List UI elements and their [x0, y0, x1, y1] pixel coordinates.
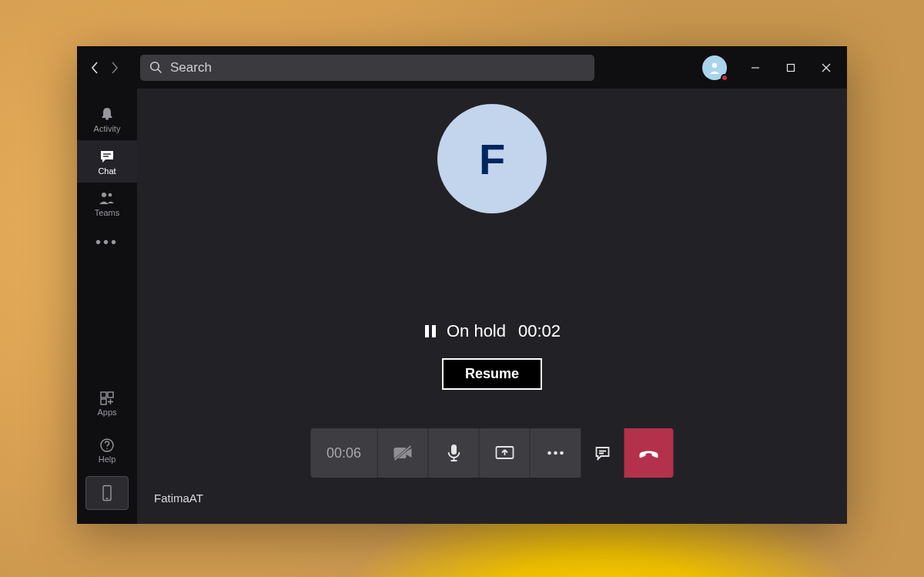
search-input[interactable]	[170, 60, 585, 75]
window-maximize-button[interactable]	[773, 49, 808, 86]
sidebar-item-teams[interactable]: Teams	[77, 183, 137, 225]
microphone-icon	[446, 443, 461, 463]
camera-toggle-button[interactable]	[378, 428, 429, 478]
svg-point-10	[102, 193, 106, 197]
sidebar-mobile-button[interactable]	[85, 476, 129, 510]
share-screen-icon	[494, 444, 514, 461]
person-icon	[707, 60, 722, 75]
svg-point-30	[560, 451, 564, 455]
hangup-button[interactable]	[624, 428, 674, 478]
nav-forward-button[interactable]	[105, 55, 125, 81]
sidebar-item-activity[interactable]: Activity	[77, 98, 137, 140]
window-close-button[interactable]	[808, 49, 844, 86]
participant-avatar: F	[437, 104, 547, 213]
hold-status-row: On hold 00:02	[424, 321, 561, 341]
sidebar-item-label: Teams	[95, 208, 119, 217]
hold-status-text: On hold	[447, 321, 506, 341]
svg-rect-14	[101, 399, 106, 404]
svg-rect-20	[432, 325, 436, 337]
bell-icon	[99, 106, 116, 122]
apps-icon	[99, 391, 115, 406]
nav-back-button[interactable]	[85, 55, 105, 81]
chat-panel-toggle-button[interactable]	[581, 428, 624, 478]
resume-button[interactable]: Resume	[442, 358, 542, 390]
svg-point-28	[547, 451, 551, 455]
hold-timer: 00:02	[518, 321, 561, 341]
more-actions-button[interactable]	[531, 428, 581, 478]
chat-icon	[99, 148, 116, 165]
svg-point-11	[109, 193, 112, 196]
sidebar-more-button[interactable]: •••	[77, 225, 137, 259]
more-horizontal-icon	[546, 450, 566, 456]
sidebar-item-help[interactable]: Help	[77, 429, 137, 471]
svg-point-2	[712, 62, 717, 67]
avatar-initial: F	[479, 134, 505, 184]
sidebar-item-label: Apps	[97, 408, 116, 417]
mic-toggle-button[interactable]	[429, 428, 480, 478]
sidebar-item-chat[interactable]: Chat	[77, 140, 137, 183]
teams-icon	[98, 191, 116, 206]
svg-rect-7	[105, 118, 109, 120]
help-icon	[99, 438, 115, 453]
search-icon	[149, 61, 162, 74]
svg-rect-13	[108, 392, 113, 398]
call-area: F On hold 00:02 Resume 00:06	[137, 89, 847, 524]
svg-rect-24	[451, 444, 457, 455]
svg-rect-12	[101, 392, 106, 398]
svg-rect-19	[425, 325, 429, 337]
sidebar-item-label: Activity	[94, 124, 121, 133]
svg-point-0	[151, 62, 159, 71]
pause-icon	[424, 324, 437, 339]
presence-busy-indicator	[721, 74, 728, 82]
sidebar-item-label: Help	[99, 455, 116, 464]
svg-line-1	[158, 69, 162, 73]
current-user-avatar[interactable]	[702, 55, 727, 80]
teams-window: Activity Chat Teams •••	[77, 46, 847, 524]
svg-rect-4	[788, 64, 795, 71]
call-duration: 00:06	[311, 428, 377, 478]
more-horizontal-icon: •••	[95, 233, 119, 251]
chat-icon	[594, 444, 611, 461]
sidebar-item-label: Chat	[98, 166, 116, 176]
svg-point-16	[106, 448, 108, 449]
window-minimize-button[interactable]	[738, 49, 773, 86]
call-controls-bar: 00:06	[311, 428, 674, 478]
camera-off-icon	[392, 444, 413, 461]
share-screen-button[interactable]	[480, 428, 531, 478]
titlebar	[77, 46, 847, 89]
participant-name-label: FatimaAT	[154, 491, 203, 505]
hangup-icon	[638, 446, 661, 460]
sidebar: Activity Chat Teams •••	[77, 89, 137, 524]
mobile-phone-icon	[102, 485, 112, 502]
sidebar-item-apps[interactable]: Apps	[77, 382, 137, 424]
search-box[interactable]	[140, 55, 594, 81]
svg-point-29	[554, 451, 557, 455]
